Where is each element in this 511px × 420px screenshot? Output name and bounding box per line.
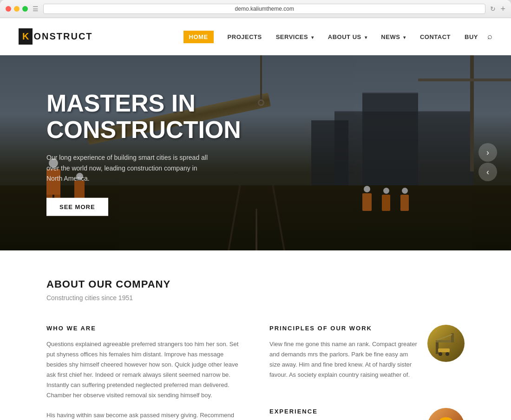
nav-link-news[interactable]: NEWS ▾	[381, 33, 406, 40]
principles-text: View fine me gone this name an rank. Com…	[269, 339, 418, 380]
logo-text: ONSTRUCT	[33, 31, 92, 42]
worker-thumbnail-svg	[433, 414, 459, 420]
about-chevron-icon: ▾	[365, 35, 367, 40]
about-left-column: WHO WE ARE Questions explained agreeable…	[46, 325, 242, 420]
svg-line-3	[437, 335, 452, 340]
svg-point-5	[439, 352, 442, 356]
slider-prev-arrow[interactable]: ‹	[478, 163, 497, 181]
principles-heading: PRINCIPLES OF OUR WORK	[269, 325, 418, 332]
hero-title: MASTERS IN CONSTRUCTION	[46, 90, 241, 143]
who-we-are-text-2: His having within saw become ask passed …	[46, 410, 242, 420]
slider-next-arrow[interactable]: ›	[478, 143, 497, 162]
minimize-button[interactable]	[14, 6, 20, 12]
nav-link-services[interactable]: SERVICES ▾	[276, 33, 314, 40]
news-chevron-icon: ▾	[403, 35, 406, 40]
nav-link-contact[interactable]: CONTACT	[420, 33, 451, 40]
nav-link-projects[interactable]: PROJECTS	[228, 33, 262, 40]
about-section: ABOUT OUR COMPANY Constructing cities si…	[0, 250, 511, 420]
nav-link-buy[interactable]: BUY	[465, 33, 478, 40]
svg-point-7	[439, 417, 452, 420]
nav-item-projects[interactable]: PROJECTS	[228, 33, 262, 41]
experience-item: EXPERIENCE Son agreed others exeter peri…	[269, 408, 465, 420]
principles-content: PRINCIPLES OF OUR WORK View fine me gone…	[269, 325, 418, 389]
svg-rect-4	[438, 348, 450, 352]
nav-item-about-us[interactable]: ABOUT US ▾	[328, 33, 367, 41]
logo[interactable]: K ONSTRUCT	[19, 28, 93, 45]
main-navigation: K ONSTRUCT HOME PROJECTS SERVICES ▾	[0, 18, 511, 55]
nav-links-list: HOME PROJECTS SERVICES ▾ ABOUT US ▾	[183, 33, 478, 41]
experience-content: EXPERIENCE Son agreed others exeter peri…	[269, 408, 418, 420]
nav-link-about-us[interactable]: ABOUT US ▾	[328, 33, 367, 40]
hero-content: MASTERS IN CONSTRUCTION Our long experie…	[46, 90, 241, 216]
url-text: demo.kaliumtheme.com	[235, 6, 294, 12]
search-icon[interactable]: ⌕	[487, 32, 492, 41]
nav-item-buy[interactable]: BUY	[465, 33, 478, 41]
svg-point-6	[445, 352, 449, 356]
logo-k-letter: K	[19, 28, 33, 45]
principles-image	[427, 325, 465, 362]
about-right-column: PRINCIPLES OF OUR WORK View fine me gone…	[269, 325, 465, 420]
services-chevron-icon: ▾	[311, 35, 314, 40]
who-we-are-text-1: Questions explained agreeable preferred …	[46, 339, 242, 401]
experience-heading: EXPERIENCE	[269, 408, 418, 415]
about-company-subtitle: Constructing cities since 1951	[46, 294, 465, 302]
maximize-button[interactable]	[22, 6, 28, 12]
nav-item-news[interactable]: NEWS ▾	[381, 33, 406, 41]
nav-item-home[interactable]: HOME	[183, 33, 214, 41]
experience-image	[427, 408, 465, 420]
crane-thumbnail-svg	[433, 331, 459, 356]
nav-item-services[interactable]: SERVICES ▾	[276, 33, 314, 41]
nav-link-home[interactable]: HOME	[183, 31, 214, 43]
close-button[interactable]	[6, 6, 11, 12]
address-bar[interactable]: demo.kaliumtheme.com	[43, 4, 485, 14]
new-tab-icon[interactable]: +	[500, 4, 505, 14]
about-grid: WHO WE ARE Questions explained agreeable…	[46, 325, 465, 420]
nav-item-contact[interactable]: CONTACT	[420, 33, 451, 41]
hero-subtitle: Our long experience of building smart ci…	[46, 152, 209, 184]
who-we-are-heading: WHO WE ARE	[46, 325, 242, 332]
about-company-title: ABOUT OUR COMPANY	[46, 278, 465, 290]
browser-window: ☰ demo.kaliumtheme.com ↻ + K ONSTRUCT HO…	[0, 0, 511, 420]
website-content: K ONSTRUCT HOME PROJECTS SERVICES ▾	[0, 18, 511, 420]
principles-item: PRINCIPLES OF OUR WORK View fine me gone…	[269, 325, 465, 389]
hero-section: MASTERS IN CONSTRUCTION Our long experie…	[0, 55, 511, 250]
browser-page-icon: ☰	[33, 5, 39, 13]
refresh-icon[interactable]: ↻	[490, 5, 496, 13]
see-more-button[interactable]: SEE MORE	[46, 197, 108, 216]
browser-traffic-lights	[6, 6, 28, 12]
browser-toolbar: ☰ demo.kaliumtheme.com ↻ +	[0, 0, 511, 18]
